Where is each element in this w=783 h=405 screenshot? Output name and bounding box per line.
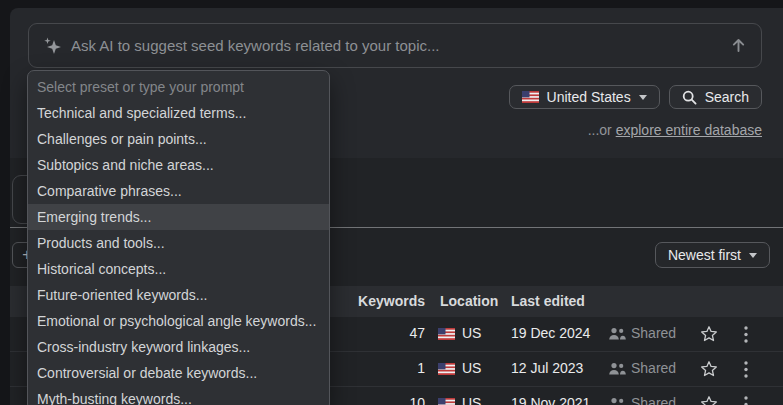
search-button-label: Search [705, 89, 749, 105]
keywords-count: 10 [340, 395, 425, 405]
preset-item-cross-industry[interactable]: Cross-industry keyword linkages... [28, 334, 329, 360]
column-header-last-edited: Last edited [511, 293, 585, 309]
preset-item-myth-busting[interactable]: Myth-busting keywords... [28, 386, 329, 405]
shared-people-icon [608, 362, 626, 376]
us-flag-icon [438, 328, 455, 340]
keywords-count: 47 [340, 325, 425, 341]
preset-item-emotional-angle[interactable]: Emotional or psychological angle keyword… [28, 308, 329, 334]
preset-item-technical-terms[interactable]: Technical and specialized terms... [28, 100, 329, 126]
shared-badge: Shared [631, 395, 676, 405]
explore-prefix: ...or [588, 122, 616, 138]
preset-item-challenges[interactable]: Challenges or pain points... [28, 126, 329, 152]
keywords-explorer-screen: Ask AI to suggest seed keywords related … [0, 0, 783, 405]
star-icon[interactable] [700, 360, 718, 378]
sort-order-label: Newest first [668, 247, 741, 263]
ai-input-placeholder: Ask AI to suggest seed keywords related … [71, 37, 730, 54]
ai-sparkle-icon [43, 37, 61, 55]
location-label: US [462, 395, 481, 405]
column-header-keywords: Keywords [340, 293, 425, 309]
keywords-count: 1 [340, 360, 425, 376]
preset-item-controversial[interactable]: Controversial or debate keywords... [28, 360, 329, 386]
location-label: US [462, 325, 481, 341]
submit-arrow-icon[interactable] [730, 37, 747, 54]
kebab-menu-icon[interactable] [741, 326, 751, 343]
last-edited-date: 19 Nov 2021 [511, 395, 590, 405]
preset-item-subtopics[interactable]: Subtopics and niche areas... [28, 152, 329, 178]
ai-prompt-input[interactable]: Ask AI to suggest seed keywords related … [28, 23, 762, 68]
shared-people-icon [608, 327, 626, 341]
us-flag-icon [522, 91, 539, 103]
preset-item-comparative-phrases[interactable]: Comparative phrases... [28, 178, 329, 204]
chevron-down-icon [639, 95, 647, 100]
country-select-button[interactable]: United States [509, 85, 660, 109]
preset-menu: Select preset or type your prompt Techni… [27, 70, 330, 405]
us-flag-icon [438, 398, 455, 405]
preset-item-emerging-trends[interactable]: Emerging trends... [28, 204, 329, 230]
preset-item-products-tools[interactable]: Products and tools... [28, 230, 329, 256]
preset-menu-header: Select preset or type your prompt [28, 74, 329, 100]
location-label: US [462, 360, 481, 376]
shared-badge: Shared [631, 325, 676, 341]
sort-order-button[interactable]: Newest first [655, 242, 770, 268]
shared-badge: Shared [631, 360, 676, 376]
star-icon[interactable] [700, 395, 718, 405]
shared-people-icon [608, 397, 626, 405]
preset-item-future-oriented[interactable]: Future-oriented keywords... [28, 282, 329, 308]
column-header-location: Location [440, 293, 498, 309]
last-edited-date: 19 Dec 2024 [511, 325, 590, 341]
star-icon[interactable] [700, 325, 718, 343]
explore-database-link[interactable]: explore entire database [616, 122, 762, 138]
search-controls-row: United States Search [509, 85, 762, 109]
us-flag-icon [438, 363, 455, 375]
kebab-menu-icon[interactable] [741, 396, 751, 405]
search-icon [682, 90, 697, 105]
preset-item-historical-concepts[interactable]: Historical concepts... [28, 256, 329, 282]
last-edited-date: 12 Jul 2023 [511, 360, 583, 376]
search-button[interactable]: Search [669, 85, 762, 109]
chevron-down-icon [749, 253, 757, 258]
kebab-menu-icon[interactable] [741, 361, 751, 378]
country-label: United States [547, 89, 631, 105]
explore-row: ...or explore entire database [588, 122, 762, 138]
